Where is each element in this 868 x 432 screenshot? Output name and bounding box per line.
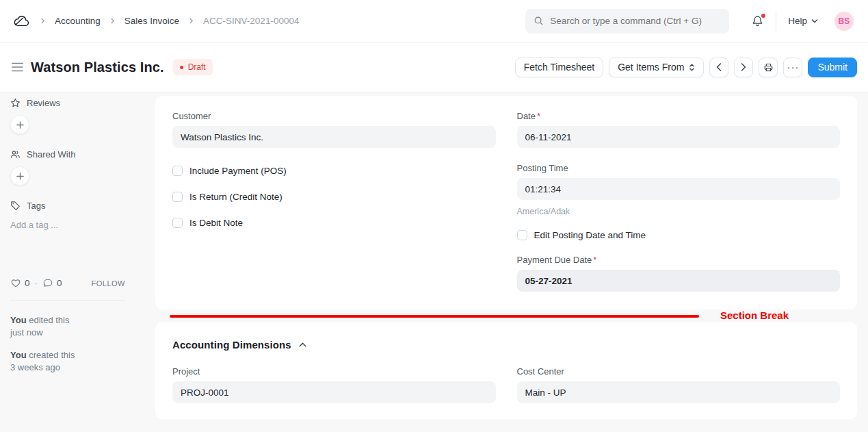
menu-icon[interactable]	[12, 62, 23, 72]
annotation-overlay: Section Break	[155, 309, 857, 322]
payment-due-date-input[interactable]: 05-27-2021	[517, 270, 841, 292]
chevron-right-icon	[109, 18, 116, 24]
section-title: Accounting Dimensions	[172, 339, 291, 351]
search-input[interactable]	[550, 16, 721, 26]
activity-created: You created this 3 weeks ago	[10, 349, 125, 374]
chevron-up-icon	[299, 342, 306, 347]
sort-icon	[689, 63, 695, 72]
project-input[interactable]: PROJ-0001	[172, 381, 496, 403]
add-share-button[interactable]	[10, 166, 29, 186]
help-label: Help	[788, 16, 807, 26]
status-label: Draft	[188, 62, 206, 72]
checkbox-label: Include Payment (POS)	[189, 166, 287, 176]
users-icon	[10, 149, 21, 160]
project-field: Project PROJ-0001	[172, 366, 496, 403]
activity-action: edited this	[27, 315, 70, 325]
cost-center-label: Cost Center	[517, 366, 841, 377]
star-icon	[10, 98, 21, 108]
include-payment-checkbox[interactable]: Include Payment (POS)	[172, 166, 496, 176]
breadcrumb-accounting[interactable]: Accounting	[55, 16, 101, 26]
comment-icon[interactable]	[42, 278, 53, 288]
search-icon	[534, 16, 544, 26]
customer-field: Customer Watson Plastics Inc.	[172, 111, 496, 148]
chevron-right-icon	[741, 63, 746, 71]
document-sidebar: Reviews Shared With Tags Add a tag ... 0…	[0, 92, 155, 432]
activity-time: 3 weeks ago	[10, 362, 60, 372]
fetch-timesheet-button[interactable]: Fetch Timesheet	[515, 58, 604, 77]
date-field: Date* 06-11-2021	[517, 111, 841, 148]
activity-time: just now	[10, 327, 43, 338]
help-menu[interactable]: Help	[788, 16, 818, 26]
tags-label: Tags	[27, 201, 45, 211]
page-header: Watson Plastics Inc. Draft Fetch Timeshe…	[0, 42, 868, 92]
get-items-from-button[interactable]: Get Items From	[609, 58, 704, 77]
project-label: Project	[172, 366, 496, 377]
ellipsis-icon: ···	[787, 64, 799, 71]
printer-icon	[763, 62, 774, 73]
checkbox-label: Edit Posting Date and Time	[534, 230, 646, 240]
follow-button[interactable]: FOLLOW	[92, 279, 125, 288]
is-debit-note-checkbox[interactable]: Is Debit Note	[172, 218, 496, 228]
cost-center-input[interactable]: Main - UP	[517, 381, 841, 403]
add-review-button[interactable]	[10, 115, 29, 134]
section-break-line	[170, 315, 699, 318]
print-button[interactable]	[759, 58, 778, 77]
activity-actor: You	[10, 350, 27, 360]
social-row: 0 · 0 FOLLOW	[10, 278, 125, 288]
section-break-label: Section Break	[720, 309, 789, 321]
posting-time-field: Posting Time 01:21:34 America/Adak	[517, 163, 841, 216]
status-dot-icon	[180, 66, 183, 69]
cost-center-field: Cost Center Main - UP	[517, 366, 841, 403]
reviews-label: Reviews	[27, 98, 60, 108]
payment-due-date-field: Payment Due Date* 05-27-2021	[517, 255, 841, 292]
required-asterisk: *	[593, 255, 596, 265]
chevron-down-icon	[811, 18, 818, 23]
posting-time-label: Posting Time	[517, 163, 841, 173]
chevron-right-icon	[188, 18, 194, 24]
accounting-dimensions-section: Accounting Dimensions Project PROJ-0001 …	[155, 322, 857, 419]
dot-separator: ·	[35, 278, 38, 288]
checkbox-icon	[172, 218, 183, 228]
customer-label: Customer	[172, 111, 496, 121]
divider	[10, 300, 125, 301]
status-badge: Draft	[173, 59, 213, 75]
activity-action: created this	[27, 350, 75, 360]
breadcrumb-invoice-id[interactable]: ACC-SINV-2021-00004	[203, 16, 299, 26]
checkbox-label: Is Return (Credit Note)	[189, 192, 282, 202]
timezone-text: America/Adak	[517, 207, 841, 216]
comments-count: 0	[57, 278, 62, 288]
likes-count: 0	[25, 278, 30, 288]
notifications-bell-icon[interactable]	[751, 14, 764, 28]
submit-button[interactable]: Submit	[808, 58, 857, 77]
shared-with-section-title: Shared With	[10, 149, 125, 160]
page-title: Watson Plastics Inc.	[31, 60, 164, 75]
heart-icon[interactable]	[10, 278, 21, 288]
edit-posting-checkbox[interactable]: Edit Posting Date and Time	[517, 230, 841, 240]
is-return-checkbox[interactable]: Is Return (Credit Note)	[172, 192, 496, 202]
divider	[776, 11, 776, 31]
frappe-cloud-logo-icon[interactable]	[12, 13, 33, 29]
date-input[interactable]: 06-11-2021	[517, 126, 841, 148]
get-items-from-label: Get Items From	[618, 62, 684, 73]
previous-document-button[interactable]	[709, 58, 728, 77]
customer-input[interactable]: Watson Plastics Inc.	[172, 126, 496, 148]
more-options-button[interactable]: ···	[783, 58, 802, 77]
tag-icon	[10, 201, 21, 211]
checkbox-icon	[172, 166, 183, 176]
date-label: Date*	[517, 111, 841, 121]
top-navbar: Accounting Sales Invoice ACC-SINV-2021-0…	[0, 0, 868, 42]
global-search[interactable]	[525, 9, 729, 34]
chevron-left-icon	[716, 63, 722, 71]
checkbox-icon	[517, 230, 527, 240]
next-document-button[interactable]	[734, 58, 753, 77]
tags-section-title: Tags	[10, 201, 125, 211]
breadcrumb-sales-invoice[interactable]: Sales Invoice	[124, 16, 179, 26]
shared-with-label: Shared With	[27, 149, 76, 160]
checkbox-icon	[172, 192, 183, 202]
chevron-right-icon	[40, 18, 46, 24]
accounting-dimensions-toggle[interactable]: Accounting Dimensions	[172, 339, 840, 351]
notification-dot	[761, 14, 765, 18]
user-avatar[interactable]: BS	[834, 12, 854, 31]
posting-time-input[interactable]: 01:21:34	[517, 178, 841, 200]
add-tag-input[interactable]: Add a tag ...	[10, 220, 125, 230]
